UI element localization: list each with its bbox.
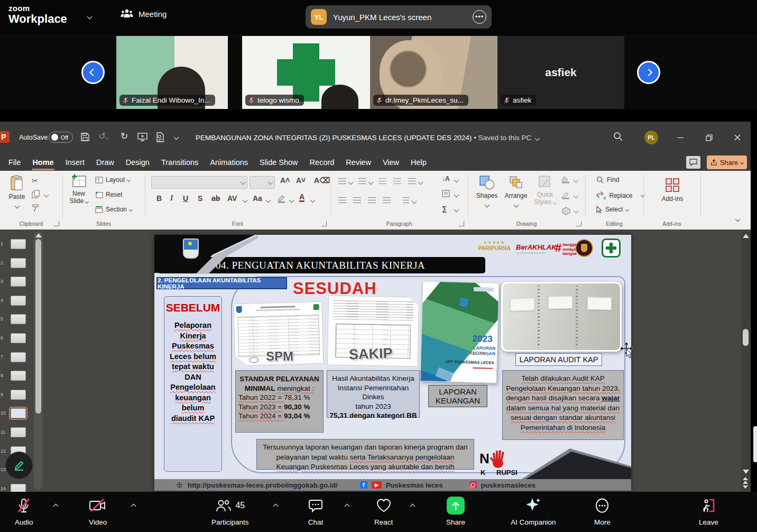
korupsi-k: K: [481, 469, 485, 476]
font-group-label: Font: [145, 221, 330, 227]
share-screen-button[interactable]: Share: [446, 496, 465, 526]
share-button: Share: [707, 155, 747, 169]
video-options-chevron[interactable]: [131, 504, 136, 509]
chat-label: Chat: [308, 518, 324, 526]
underline-button: U: [183, 194, 188, 203]
ai-companion-button[interactable]: AI Companion: [511, 496, 556, 526]
slide-title: 04. PENGUATAN AKUNTABILITAS KINERJA: [216, 260, 425, 271]
participant-name: telogo wismo: [257, 96, 299, 104]
account-avatar: PL: [644, 131, 658, 144]
more-button[interactable]: More: [594, 496, 611, 526]
slide-thumbnail: 7: [0, 352, 32, 364]
document-title: PEMBANGUNAN ZONA INTEGRITAS (ZI) PUSKESM…: [196, 134, 539, 142]
puskesmas-logo: [602, 239, 621, 258]
increase-indent-icon: [393, 178, 401, 184]
muted-mic-icon: [503, 97, 510, 104]
paripurna-label: PARIPURNA: [478, 245, 511, 251]
video-tile[interactable]: telogo wismo: [242, 36, 370, 109]
slide-thumbnail: 10: [0, 408, 32, 420]
align-text-icon: [442, 190, 450, 197]
autosave-toggle: Off: [49, 132, 73, 143]
paste-button: Paste: [6, 175, 27, 210]
restore-button: [701, 130, 717, 145]
globe-icon: [176, 481, 183, 489]
font-name-combo: [151, 176, 247, 189]
previous-slide-button: [743, 477, 748, 484]
tab-meeting[interactable]: Meeting: [121, 8, 167, 19]
video-button[interactable]: Video: [89, 496, 107, 526]
slide-thumbnail: 6: [0, 333, 32, 345]
korupsi-rupsi: RUPSI: [496, 469, 518, 476]
ppt-ribbon: Paste ✂ Clipboard New Slide Layout Reset: [0, 171, 751, 230]
font-dialog-launcher: [321, 221, 327, 226]
financial-report-cover: 2023 LAPORAN KEUANGAN (AUDITED) UPT PUSK…: [420, 281, 500, 383]
powerpoint-window: P AutoSave Off ↺ ↻ PEMBANGUNAN ZONA INTE…: [0, 122, 751, 492]
start-presentation-icon: [137, 132, 147, 142]
react-button[interactable]: React: [374, 496, 393, 526]
participants-label: Participants: [211, 518, 249, 526]
scroll-up-icon: [35, 233, 42, 237]
footer-facebook-handle: Puskesmas leces: [386, 481, 443, 489]
green-cross-logo-bar: [277, 59, 335, 86]
annotate-button[interactable]: [5, 452, 33, 479]
avatar: YL: [311, 9, 327, 25]
find-label: Find: [607, 176, 619, 184]
participant-name-tag: dr.Imey_PkmLeces_su...: [373, 95, 468, 106]
more-options-icon[interactable]: •••: [473, 10, 486, 24]
comments-button: [686, 156, 700, 169]
previous-videos-button[interactable]: [81, 61, 105, 84]
bold-button: B: [156, 194, 162, 203]
participant-name: Faizal Endi Wibowo_In...: [132, 96, 210, 104]
addins-group-label: Add-ins: [643, 221, 700, 227]
participants-options-chevron[interactable]: [273, 504, 279, 509]
chevron-down-icon[interactable]: [87, 14, 93, 20]
shared-screen-pill[interactable]: YL Yuyun_PKM Leces's screen •••: [306, 5, 492, 29]
audit-report-photo: [501, 282, 622, 352]
video-tile[interactable]: dr.Imey_PkmLeces_su...: [370, 36, 497, 109]
instagram-icon: [469, 481, 477, 489]
video-tile[interactable]: asfiek asfiek: [497, 36, 624, 109]
arrange-label: Arrange: [502, 192, 530, 199]
video-tile[interactable]: Faizal Endi Wibowo_In...: [116, 36, 228, 109]
text-direction-icon: ↓A: [442, 175, 450, 182]
document-icon: [156, 132, 164, 142]
paripurna-stars: ★★★★★: [478, 240, 511, 245]
leave-button[interactable]: Leave: [699, 496, 718, 526]
collapse-ribbon-icon: [735, 217, 741, 222]
video-label: Video: [89, 518, 107, 526]
align-right-icon: [368, 197, 376, 203]
next-videos-button[interactable]: [637, 61, 660, 84]
chat-options-chevron[interactable]: [345, 504, 350, 509]
replace-label: Replace: [609, 192, 632, 199]
ppt-menu-draw: Draw: [90, 155, 120, 169]
participants-button[interactable]: 45 Participants: [211, 496, 249, 526]
audio-options-chevron[interactable]: [53, 504, 59, 509]
zoom-workplace-logo: zoom Workplace: [8, 4, 67, 25]
toggle-knob: [51, 134, 58, 141]
audio-button[interactable]: Audio: [15, 496, 33, 526]
paragraph-dialog-launcher: [459, 221, 464, 226]
share-icon: [710, 159, 717, 166]
slide-scrollbar: [741, 231, 750, 491]
react-options-chevron[interactable]: [410, 504, 416, 509]
redo-icon: ↻: [121, 131, 128, 142]
ai-companion-label: AI Companion: [511, 518, 556, 526]
muted-mic-icon: [376, 97, 383, 104]
cover-year: 2023: [472, 334, 492, 345]
ppt-menu-home: Home: [26, 155, 59, 169]
slide-footer: http://puskesmas-leces.probolinggokab.go…: [154, 479, 631, 491]
shapes-label: Shapes: [475, 192, 499, 199]
chat-button[interactable]: Chat: [308, 496, 324, 526]
bullets-icon: [338, 178, 346, 184]
section-label: Section: [106, 206, 127, 213]
shape-fill-icon: [561, 176, 571, 184]
paste-label: Paste: [6, 193, 27, 200]
pencil-icon: [12, 458, 26, 472]
strikethrough-button: ab: [211, 194, 220, 203]
undo-icon: ↺: [98, 131, 108, 142]
share-button-label: Share: [720, 159, 738, 167]
sakip-result-box: Hasil Akuntabilitas Kinerja Instansi Pem…: [327, 370, 420, 418]
ppt-menu-help: Help: [405, 155, 432, 169]
paripurna-logo: ★★★★★ PARIPURNA: [478, 240, 511, 251]
slide-thumbnail: 11: [0, 427, 32, 439]
